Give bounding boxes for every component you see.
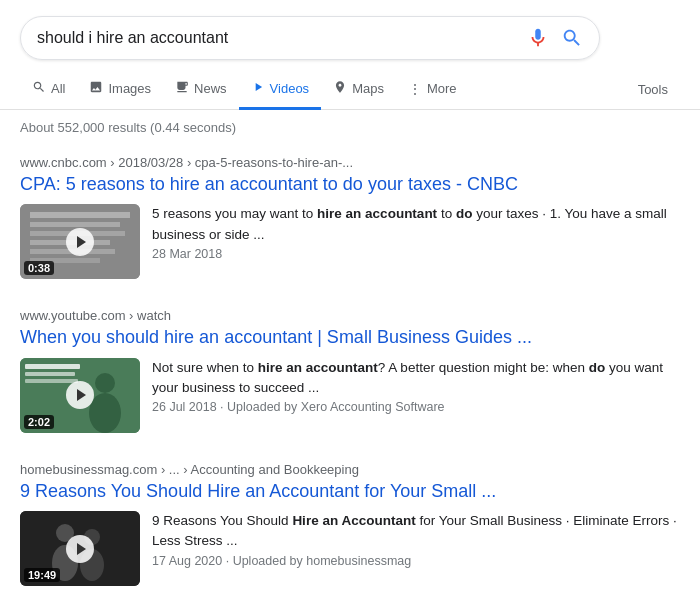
play-button[interactable] <box>66 535 94 563</box>
tab-more-label: More <box>427 81 457 96</box>
tab-maps-label: Maps <box>352 81 384 96</box>
svg-rect-1 <box>30 212 130 218</box>
video-thumbnail[interactable]: 2:02 <box>20 358 140 433</box>
maps-icon <box>333 80 347 97</box>
svg-point-8 <box>95 373 115 393</box>
tab-videos[interactable]: Videos <box>239 70 322 110</box>
result-content: 2:02 Not sure when to hire an accountant… <box>20 358 680 433</box>
search-bar-wrapper <box>0 0 700 70</box>
videos-icon <box>251 80 265 97</box>
result-snippet: Not sure when to hire an accountant? A b… <box>152 358 680 399</box>
svg-rect-2 <box>30 222 120 227</box>
tools-button[interactable]: Tools <box>626 72 680 107</box>
divider <box>0 443 700 444</box>
search-bar <box>20 16 600 60</box>
svg-rect-11 <box>25 372 75 376</box>
tab-all[interactable]: All <box>20 70 77 110</box>
svg-rect-10 <box>25 364 80 369</box>
news-icon <box>175 80 189 97</box>
video-duration: 0:38 <box>24 261 54 275</box>
result-snippet: 5 reasons you may want to hire an accoun… <box>152 204 680 245</box>
tab-maps[interactable]: Maps <box>321 70 396 110</box>
search-icons <box>527 27 583 49</box>
video-thumbnail[interactable]: 19:49 <box>20 511 140 586</box>
more-icon: ⋮ <box>408 81 422 97</box>
tab-videos-label: Videos <box>270 81 310 96</box>
video-duration: 2:02 <box>24 415 54 429</box>
play-button[interactable] <box>66 381 94 409</box>
result-title[interactable]: When you should hire an accountant | Sma… <box>20 326 680 349</box>
video-thumbnail[interactable]: 0:38 <box>20 204 140 279</box>
nav-tabs: All Images News Videos Maps ⋮ More Tools <box>0 70 700 110</box>
tab-images-label: Images <box>108 81 151 96</box>
search-icon[interactable] <box>561 27 583 49</box>
tab-news-label: News <box>194 81 227 96</box>
result-content: 19:49 9 Reasons You Should Hire an Accou… <box>20 511 680 586</box>
play-button[interactable] <box>66 228 94 256</box>
results-info: About 552,000 results (0.44 seconds) <box>0 110 700 141</box>
result-date: 17 Aug 2020 · Uploaded by homebusinessma… <box>152 554 680 568</box>
tab-news[interactable]: News <box>163 70 239 110</box>
all-icon <box>32 80 46 97</box>
result-text: Not sure when to hire an accountant? A b… <box>152 358 680 415</box>
result-url: homebusinessmag.com › ... › Accounting a… <box>20 462 680 477</box>
result-url: www.youtube.com › watch <box>20 308 680 323</box>
result-text: 9 Reasons You Should Hire an Accountant … <box>152 511 680 568</box>
result-item: www.cnbc.com › 2018/03/28 › cpa-5-reason… <box>0 141 700 285</box>
tab-all-label: All <box>51 81 65 96</box>
result-title[interactable]: 9 Reasons You Should Hire an Accountant … <box>20 480 680 503</box>
search-input[interactable] <box>37 29 527 47</box>
tab-more[interactable]: ⋮ More <box>396 71 469 110</box>
result-text: 5 reasons you may want to hire an accoun… <box>152 204 680 261</box>
result-item: www.youtube.com › watch When you should … <box>0 294 700 438</box>
mic-icon[interactable] <box>527 27 549 49</box>
result-item: homebusinessmag.com › ... › Accounting a… <box>0 448 700 592</box>
result-snippet: 9 Reasons You Should Hire an Accountant … <box>152 511 680 552</box>
tab-images[interactable]: Images <box>77 70 163 110</box>
result-date: 28 Mar 2018 <box>152 247 680 261</box>
result-content: 0:38 5 reasons you may want to hire an a… <box>20 204 680 279</box>
svg-point-9 <box>89 393 121 433</box>
svg-rect-12 <box>25 379 78 383</box>
result-title[interactable]: CPA: 5 reasons to hire an accountant to … <box>20 173 680 196</box>
result-date: 26 Jul 2018 · Uploaded by Xero Accountin… <box>152 400 680 414</box>
images-icon <box>89 80 103 97</box>
divider <box>0 289 700 290</box>
video-duration: 19:49 <box>24 568 60 582</box>
result-url: www.cnbc.com › 2018/03/28 › cpa-5-reason… <box>20 155 680 170</box>
